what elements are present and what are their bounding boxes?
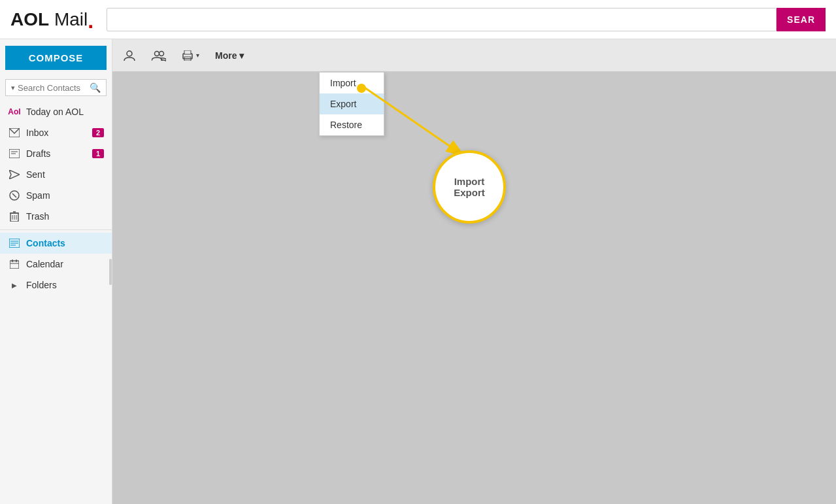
- callout-import-label: Import: [454, 176, 485, 187]
- annotation-overlay: Import Export: [112, 39, 836, 504]
- add-contact-button[interactable]: [118, 45, 141, 66]
- sidebar-item-inbox[interactable]: Inbox 2: [0, 122, 112, 143]
- search-button[interactable]: SEAR: [777, 8, 826, 31]
- search-contacts-container[interactable]: ▾ 🔍: [5, 79, 107, 96]
- group-icon: [152, 50, 166, 61]
- sidebar-item-sent[interactable]: Sent: [0, 164, 112, 185]
- print-icon: [182, 50, 193, 61]
- print-button[interactable]: ▾: [176, 46, 205, 65]
- dropdown-item-restore[interactable]: Restore: [320, 114, 384, 135]
- more-label: More: [215, 50, 237, 61]
- svg-rect-17: [10, 261, 19, 269]
- sidebar-item-label: Today on AOL: [26, 107, 84, 117]
- contacts-icon: [8, 239, 21, 248]
- sidebar-divider: [0, 229, 112, 230]
- svg-point-21: [127, 51, 132, 56]
- sent-icon: [8, 170, 21, 179]
- inbox-icon: [8, 128, 21, 137]
- more-button[interactable]: More ▾: [210, 46, 249, 65]
- header: AOL Mail. SEAR: [0, 0, 836, 39]
- drafts-badge: 1: [92, 149, 104, 158]
- sidebar-item-folders[interactable]: ▶ Folders: [0, 275, 112, 295]
- sidebar: COMPOSE ▾ 🔍 Aol Today on AOL Inbox 2: [0, 39, 112, 504]
- search-input[interactable]: [107, 8, 777, 31]
- more-chevron-icon: ▾: [239, 50, 244, 61]
- expand-icon: ▶: [8, 282, 21, 289]
- contacts-toolbar: ▾ More ▾: [112, 39, 836, 72]
- search-icon: 🔍: [90, 82, 101, 93]
- sidebar-label-spam: Spam: [26, 190, 50, 201]
- main-content: ▾ More ▾ Import Export Restore: [112, 39, 836, 504]
- dropdown-item-import[interactable]: Import: [320, 73, 384, 93]
- calendar-icon: [8, 260, 21, 269]
- drafts-icon: [8, 149, 21, 158]
- sidebar-item-today-aol[interactable]: Aol Today on AOL: [0, 101, 112, 122]
- logo-aol: AOL: [10, 9, 49, 30]
- sidebar-item-contacts[interactable]: Contacts: [0, 233, 112, 254]
- add-group-button[interactable]: [146, 46, 171, 65]
- sidebar-label-calendar: Calendar: [26, 259, 63, 269]
- aol-icon: Aol: [8, 107, 21, 116]
- callout-circle: Import Export: [433, 150, 506, 224]
- callout-export-label: Export: [454, 187, 485, 198]
- chevron-down-icon: ▾: [196, 52, 199, 59]
- resize-handle[interactable]: [109, 259, 112, 285]
- sidebar-nav: Aol Today on AOL Inbox 2 Drafts 1: [0, 101, 112, 295]
- more-dropdown-menu: Import Export Restore: [319, 72, 384, 136]
- trash-icon: [8, 211, 21, 222]
- spam-icon: [8, 190, 21, 201]
- sidebar-label-drafts: Drafts: [26, 148, 50, 159]
- search-contacts-input[interactable]: [18, 83, 90, 93]
- sidebar-item-spam[interactable]: Spam: [0, 185, 112, 206]
- svg-line-6: [12, 193, 16, 197]
- sidebar-label-sent: Sent: [26, 169, 45, 180]
- logo: AOL Mail.: [10, 9, 93, 30]
- logo-mail: Mail: [49, 9, 88, 30]
- sidebar-item-drafts[interactable]: Drafts 1: [0, 143, 112, 164]
- layout: COMPOSE ▾ 🔍 Aol Today on AOL Inbox 2: [0, 39, 836, 504]
- svg-point-23: [159, 51, 164, 56]
- compose-button[interactable]: COMPOSE: [5, 46, 107, 70]
- svg-marker-4: [9, 170, 20, 179]
- dropdown-item-export[interactable]: Export: [320, 93, 384, 114]
- sidebar-item-trash[interactable]: Trash: [0, 206, 112, 227]
- sidebar-label-folders: Folders: [26, 280, 57, 290]
- search-contacts-chevron: ▾: [11, 84, 15, 92]
- person-icon: [123, 49, 136, 62]
- sidebar-item-calendar[interactable]: Calendar: [0, 254, 112, 275]
- sidebar-label-trash: Trash: [26, 211, 49, 222]
- svg-point-22: [155, 51, 159, 56]
- inbox-badge: 2: [92, 128, 104, 137]
- sidebar-label-contacts: Contacts: [26, 238, 65, 248]
- svg-rect-25: [184, 50, 191, 54]
- sidebar-label-inbox: Inbox: [26, 127, 48, 138]
